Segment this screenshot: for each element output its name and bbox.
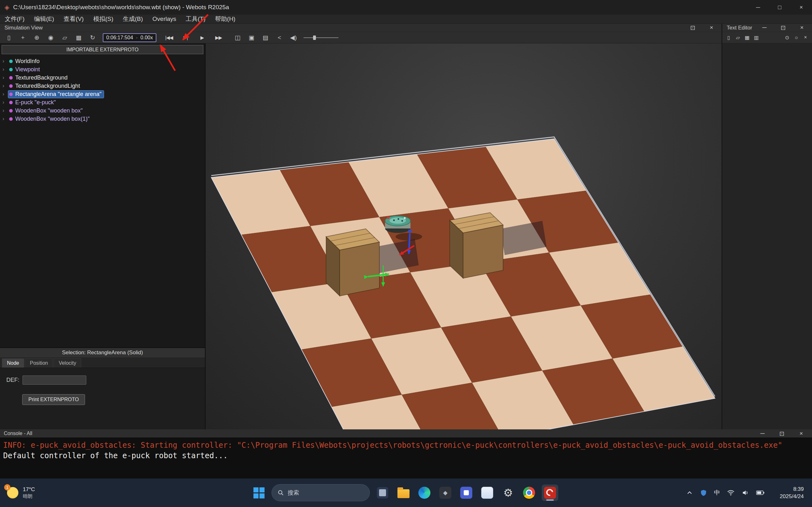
tree-item-content: WoodenBox "wooden box" (8, 107, 85, 114)
expand-arrow-icon[interactable]: › (3, 116, 8, 122)
expand-arrow-icon[interactable]: › (3, 100, 8, 105)
3d-scene[interactable] (206, 43, 722, 429)
share-icon[interactable]: < (274, 34, 285, 41)
file-explorer-icon[interactable] (395, 485, 412, 501)
task-view-button[interactable] (374, 485, 391, 501)
expand-arrow-icon[interactable]: › (3, 108, 8, 113)
3d-viewport[interactable] (206, 43, 722, 429)
volume-slider-handle[interactable] (313, 36, 316, 40)
menu-item-2[interactable]: 编辑(E) (29, 15, 59, 23)
expand-arrow-icon[interactable]: › (3, 58, 8, 64)
webots-taskbar-icon[interactable] (542, 485, 558, 501)
menu-item-5[interactable]: 生成(B) (118, 15, 148, 23)
wooden-box-1[interactable] (326, 229, 379, 296)
tree-item-texturedbackground[interactable]: ›TexturedBackground (0, 73, 205, 82)
hide-scene-tree-icon[interactable]: ▯ (4, 34, 14, 41)
close-console-icon[interactable]: × (796, 430, 806, 437)
fast-forward-button[interactable]: ▶▶ (212, 35, 225, 41)
save-file-icon[interactable]: ▦ (743, 35, 751, 41)
tree-item-woodenbox-wooden-box[interactable]: ›WoodenBox "wooden box" (0, 107, 205, 115)
minimize-pane-icon[interactable]: ─ (759, 24, 769, 32)
volume-icon[interactable] (742, 489, 749, 497)
node-type-icon (9, 117, 13, 121)
menu-item-7[interactable]: 工具(T) (181, 15, 210, 23)
importable-externproto-button[interactable]: IMPORTABLE EXTERNPROTO (2, 45, 203, 54)
new-file-icon[interactable]: ▯ (725, 35, 733, 41)
tray-expand-icon[interactable] (686, 489, 693, 496)
menu-item-1[interactable]: 文件(F) (0, 15, 29, 23)
play-button[interactable]: ▶ (196, 35, 208, 41)
tree-item-woodenbox-wooden-box-1[interactable]: ›WoodenBox "wooden box(1)" (0, 115, 205, 123)
text-editor-body[interactable] (722, 43, 812, 429)
view-icon[interactable]: ◉ (46, 34, 56, 41)
node-type-icon (9, 60, 13, 63)
wifi-icon[interactable] (727, 489, 734, 497)
start-button[interactable] (251, 485, 267, 501)
volume-slider[interactable] (304, 35, 339, 41)
minimize-button[interactable]: ─ (747, 0, 769, 14)
float-pane-icon[interactable]: ⊡ (688, 24, 698, 32)
tree-item-rectanglearena-rectangle-arena[interactable]: ›RectangleArena "rectangle arena" (0, 90, 205, 98)
minimize-console-icon[interactable]: ─ (757, 430, 768, 437)
close-file-icon[interactable]: × (802, 35, 809, 41)
step-button[interactable]: ▶| (179, 35, 192, 41)
tree-item-worldinfo[interactable]: ›WorldInfo (0, 57, 205, 65)
float-pane-icon[interactable]: ⊡ (778, 24, 788, 32)
app-icon-blue[interactable] (479, 485, 496, 501)
settings-icon[interactable]: ⚙ (500, 485, 516, 501)
screenshot-icon[interactable]: ▣ (247, 34, 257, 41)
save-world-icon[interactable]: ▦ (73, 34, 84, 41)
tree-item-content: WoodenBox "wooden box(1)" (8, 115, 92, 123)
battery-icon[interactable] (756, 491, 764, 495)
reset-simulation-button[interactable]: |◀◀ (163, 35, 175, 41)
teams-icon-glyph (460, 487, 472, 499)
weather-widget[interactable]: 1 17°C 晴朗 (7, 478, 35, 507)
close-pane-icon[interactable]: × (797, 24, 807, 32)
defender-shield-icon[interactable] (700, 489, 707, 496)
menu-item-4[interactable]: 模拟(S) (89, 15, 118, 23)
expand-arrow-icon[interactable]: › (3, 66, 8, 72)
clock-time: 8:39 (793, 486, 804, 493)
print-externproto-button[interactable]: Print EXTERNPROTO (22, 394, 85, 405)
tree-item-texturedbackgroundlight[interactable]: ›TexturedBackgroundLight (0, 82, 205, 90)
console-output[interactable]: INFO: e-puck_avoid_obstacles: Starting c… (0, 438, 812, 463)
wooden-box-2[interactable] (450, 213, 503, 278)
arena-floor[interactable] (211, 137, 715, 429)
file-explorer-icon-glyph (397, 489, 409, 498)
tree-item-viewpoint[interactable]: ›Viewpoint (0, 65, 205, 73)
teams-icon[interactable] (458, 485, 474, 501)
open-world-icon[interactable]: ▱ (60, 34, 70, 41)
movie-icon[interactable]: ▤ (260, 34, 270, 41)
close-button[interactable]: × (791, 0, 812, 14)
sound-icon[interactable]: ◀) (288, 34, 299, 41)
tab-position[interactable]: Position (25, 358, 53, 368)
open-file-icon[interactable]: ▱ (734, 35, 742, 41)
menu-item-3[interactable]: 查看(V) (59, 15, 89, 23)
reload-world-icon[interactable]: ↻ (88, 34, 98, 41)
float-console-icon[interactable]: ⊡ (777, 430, 787, 437)
expand-arrow-icon[interactable]: › (3, 75, 8, 80)
rendering-icon[interactable]: ◫ (233, 34, 243, 41)
clock[interactable]: 8:39 2025/4/24 (780, 478, 804, 507)
restore-viewpoint-icon[interactable]: ⊕ (32, 34, 42, 41)
app-icon-dark[interactable]: ◆ (437, 485, 454, 501)
expand-arrow-icon[interactable]: › (3, 91, 8, 97)
preferences-icon[interactable]: ☼ (792, 35, 800, 41)
chrome-icon[interactable] (521, 485, 537, 501)
tree-item-e-puck-e-puck[interactable]: ›E-puck "e-puck" (0, 98, 205, 107)
search-box[interactable]: 搜索 (271, 484, 370, 501)
expand-arrow-icon[interactable]: › (3, 83, 8, 89)
def-input[interactable] (22, 376, 86, 385)
simulation-time-display[interactable]: 0:06:17:504 - 0.00x (103, 33, 156, 42)
menu-item-8[interactable]: 帮助(H) (210, 15, 240, 23)
close-pane-icon[interactable]: × (706, 24, 716, 32)
tab-velocity[interactable]: Velocity (54, 358, 81, 368)
edge-icon[interactable] (416, 485, 433, 501)
menu-item-6[interactable]: Overlays (148, 15, 181, 22)
save-all-icon[interactable]: ▥ (752, 35, 760, 41)
ime-indicator[interactable]: 中 (714, 489, 720, 497)
maximize-button[interactable]: □ (769, 0, 791, 14)
tab-node[interactable]: Node (2, 358, 24, 368)
find-icon[interactable]: ⊙ (783, 35, 791, 41)
add-node-icon[interactable]: + (18, 34, 28, 41)
